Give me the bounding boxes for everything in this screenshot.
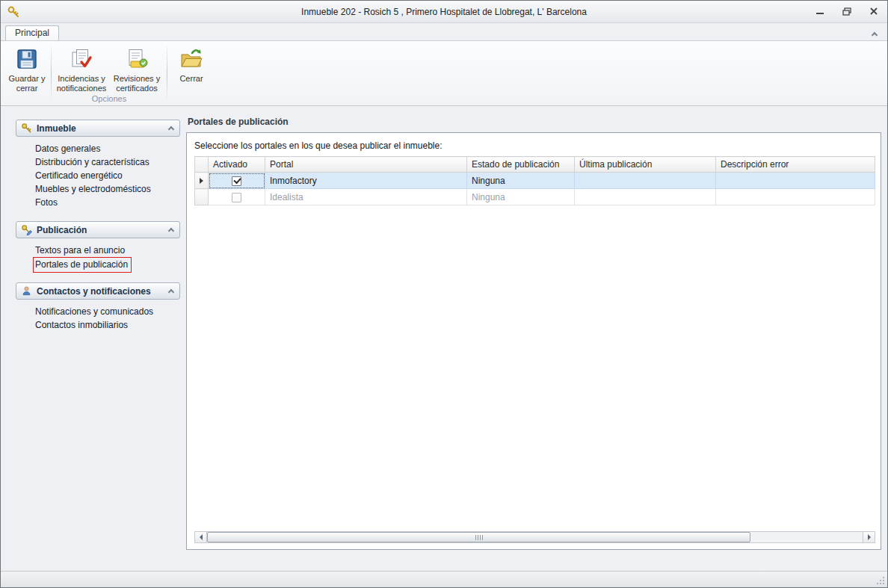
- checkbox-inmofactory[interactable]: [232, 176, 241, 186]
- close-button[interactable]: [866, 6, 881, 18]
- collapse-chevron-icon: [168, 289, 174, 295]
- sidebar-group-publicacion: Publicación Textos para el anuncio Porta…: [16, 221, 180, 270]
- ribbon-tab-strip: Principal: [1, 23, 887, 40]
- ribbon-collapse-button[interactable]: [866, 27, 883, 40]
- key-icon: [21, 123, 32, 134]
- horizontal-scrollbar[interactable]: [194, 531, 875, 543]
- body-area: Inmueble Datos generales Distribución y …: [1, 106, 887, 571]
- ribbon: Guardar y cerrar Incidencias y not: [1, 40, 887, 106]
- sidebar-group-title: Publicación: [37, 225, 87, 235]
- row-indicator-header: [195, 157, 209, 173]
- activado-cell[interactable]: [209, 189, 265, 205]
- resize-grip[interactable]: [876, 576, 885, 585]
- folder-exit-icon: [179, 47, 203, 71]
- ribbon-separator: [167, 46, 167, 102]
- key-pencil-icon: [21, 224, 32, 235]
- app-window: Inmueble 202 - Rosich 5 , Primero Hospit…: [0, 0, 888, 588]
- status-bar: [1, 571, 887, 587]
- sidebar-group-inmueble: Inmueble Datos generales Distribución y …: [16, 120, 180, 209]
- sidebar: Inmueble Datos generales Distribución y …: [16, 120, 180, 344]
- error-cell[interactable]: [716, 173, 875, 189]
- sidebar-item-notificaciones[interactable]: Notificaciones y comunicados: [16, 305, 180, 318]
- sidebar-item-fotos[interactable]: Fotos: [16, 196, 180, 209]
- selected-item-annotation: Portales de publicación: [33, 257, 132, 273]
- person-icon: [21, 285, 32, 297]
- table-row-inmofactory[interactable]: Inmofactory Ninguna: [195, 173, 875, 189]
- sidebar-group-header-inmueble[interactable]: Inmueble: [16, 120, 180, 137]
- sidebar-group-title: Inmueble: [37, 123, 76, 134]
- app-key-icon: [7, 5, 20, 19]
- sidebar-group-header-contactos[interactable]: Contactos y notificaciones: [16, 282, 180, 300]
- sidebar-item-textos-anuncio[interactable]: Textos para el anuncio: [16, 244, 180, 257]
- sidebar-item-portales-publicacion[interactable]: Portales de publicación: [16, 257, 180, 270]
- ribbon-group-opciones: Incidencias y notificaciones Revisiones …: [54, 43, 164, 105]
- activado-cell[interactable]: [209, 173, 265, 189]
- scrollbar-thumb[interactable]: [207, 532, 750, 542]
- instruction-text: Seleccione los portales en los que desea…: [194, 139, 875, 156]
- collapse-chevron-icon: [168, 228, 174, 234]
- checkbox-idealista[interactable]: [232, 193, 241, 202]
- save-icon: [15, 47, 39, 71]
- column-header-portal[interactable]: Portal: [265, 157, 467, 173]
- sidebar-item-certificado[interactable]: Certificado energético: [16, 169, 180, 182]
- cerrar-button[interactable]: Cerrar: [170, 44, 213, 85]
- minimize-button[interactable]: [813, 6, 827, 18]
- main-content: Portales de publicación Seleccione los p…: [186, 117, 881, 550]
- tab-principal[interactable]: Principal: [5, 25, 59, 40]
- clipboard-certificate-icon: [125, 47, 149, 71]
- portal-cell[interactable]: Inmofactory: [265, 173, 467, 189]
- estado-cell[interactable]: Ninguna: [467, 189, 575, 205]
- page-title: Portales de publicación: [186, 117, 881, 132]
- sidebar-item-distribucion[interactable]: Distribución y características: [16, 155, 180, 169]
- current-row-arrow-icon: [200, 178, 203, 184]
- sidebar-group-title: Contactos y notificaciones: [37, 286, 151, 297]
- sidebar-item-datos-generales[interactable]: Datos generales: [16, 142, 180, 155]
- sidebar-group-header-publicacion[interactable]: Publicación: [16, 221, 180, 238]
- table-row-idealista[interactable]: Idealista Ninguna: [195, 189, 875, 205]
- ribbon-group-label: Opciones: [54, 94, 164, 105]
- incidencias-label: Incidencias y notificaciones: [55, 74, 108, 93]
- portal-cell[interactable]: Idealista: [265, 189, 467, 205]
- collapse-chevron-icon: [168, 126, 174, 132]
- window-controls: [813, 6, 881, 18]
- column-header-error[interactable]: Descripción error: [716, 157, 875, 173]
- revisiones-label: Revisiones y certificados: [111, 74, 163, 93]
- ultima-cell[interactable]: [575, 173, 716, 189]
- revisiones-button[interactable]: Revisiones y certificados: [109, 44, 164, 94]
- sidebar-group-contactos: Contactos y notificaciones Notificacione…: [16, 282, 180, 332]
- row-indicator-cell: [195, 189, 209, 205]
- cerrar-label: Cerrar: [179, 74, 203, 84]
- column-header-activado[interactable]: Activado: [209, 157, 265, 173]
- error-cell[interactable]: [716, 189, 875, 205]
- save-and-close-button[interactable]: Guardar y cerrar: [5, 44, 49, 94]
- ultima-cell[interactable]: [575, 189, 716, 205]
- sidebar-item-contactos-inmobiliarios[interactable]: Contactos inmobiliarios: [16, 318, 180, 332]
- grid-header-row: Activado Portal Estado de publicación Úl…: [195, 157, 875, 173]
- restore-button[interactable]: [839, 6, 854, 18]
- clipboard-check-icon: [70, 47, 93, 71]
- row-indicator-cell: [195, 173, 209, 189]
- scroll-left-arrow[interactable]: [195, 532, 207, 542]
- save-and-close-label: Guardar y cerrar: [7, 74, 47, 93]
- column-header-ultima[interactable]: Última publicación: [575, 157, 716, 173]
- ribbon-group-close: Cerrar: [170, 43, 213, 105]
- content-panel: Seleccione los portales en los que desea…: [186, 132, 881, 550]
- ribbon-group-main: Guardar y cerrar: [5, 43, 49, 105]
- scroll-right-arrow[interactable]: [863, 532, 875, 542]
- column-header-estado[interactable]: Estado de publicación: [467, 157, 575, 173]
- incidencias-button[interactable]: Incidencias y notificaciones: [54, 44, 109, 94]
- portales-grid: Activado Portal Estado de publicación Úl…: [194, 156, 875, 205]
- triangle-right-icon: [868, 534, 871, 540]
- window-title: Inmueble 202 - Rosich 5 , Primero Hospit…: [1, 7, 887, 17]
- sidebar-item-muebles[interactable]: Muebles y electrodomésticos: [16, 182, 180, 196]
- ribbon-separator: [51, 46, 52, 102]
- chevron-up-icon: [872, 31, 878, 37]
- estado-cell[interactable]: Ninguna: [467, 173, 575, 189]
- title-bar: Inmueble 202 - Rosich 5 , Primero Hospit…: [1, 1, 887, 23]
- triangle-left-icon: [200, 534, 203, 540]
